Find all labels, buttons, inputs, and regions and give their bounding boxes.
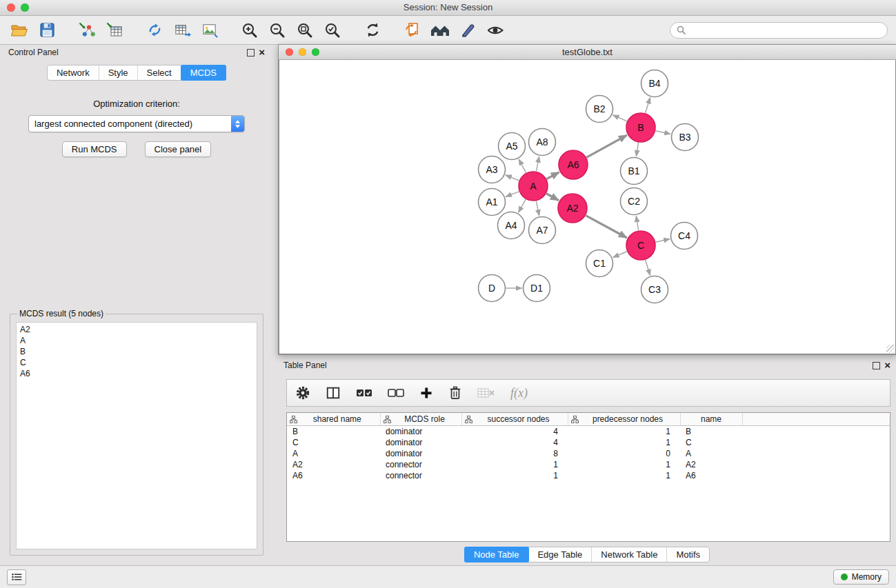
zoom-in-icon[interactable]: [236, 19, 263, 42]
result-item[interactable]: A6: [20, 368, 253, 379]
column-header-MCDS-role[interactable]: MCDS role: [380, 413, 461, 426]
show-columns-icon[interactable]: [326, 385, 341, 401]
edge-A2-C[interactable]: [586, 216, 626, 238]
tab-node-table[interactable]: Node Table: [464, 547, 530, 562]
export-image-icon[interactable]: [196, 19, 223, 42]
close-panel-icon[interactable]: ×: [259, 48, 265, 57]
refresh-layout-icon[interactable]: [359, 19, 386, 42]
close-panel-button[interactable]: Close panel: [145, 141, 212, 157]
tab-mcds[interactable]: MCDS: [181, 65, 226, 81]
node-C2[interactable]: C2: [621, 188, 648, 215]
node-A[interactable]: A: [519, 172, 548, 201]
zoom-selected-icon[interactable]: [319, 19, 346, 42]
network-zoom-button[interactable]: [312, 48, 319, 56]
edge-C-C1[interactable]: [613, 252, 627, 258]
column-header-name[interactable]: name: [680, 413, 742, 426]
create-column-icon[interactable]: [419, 386, 433, 400]
tab-motifs[interactable]: Motifs: [667, 547, 709, 562]
edge-C-C4[interactable]: [655, 239, 670, 243]
close-window-button[interactable]: [7, 3, 15, 12]
search-input[interactable]: [690, 25, 881, 36]
tab-network-table[interactable]: Network Table: [592, 547, 667, 562]
column-header-successor-nodes[interactable]: successor nodes: [461, 413, 568, 426]
node-A2[interactable]: A2: [558, 194, 587, 223]
network-minimize-button[interactable]: [299, 48, 306, 56]
memory-button[interactable]: Memory: [833, 569, 889, 585]
edge-A-A7[interactable]: [536, 201, 539, 216]
table-settings-icon[interactable]: [295, 385, 310, 401]
open-file-icon[interactable]: [6, 19, 33, 42]
node-D1[interactable]: D1: [524, 275, 550, 302]
column-header-shared-name[interactable]: shared name: [287, 413, 380, 426]
mcds-result-list[interactable]: A2ABCA6: [16, 322, 257, 549]
criterion-dropdown[interactable]: largest connected component (directed): [28, 115, 245, 132]
unselect-all-columns-icon[interactable]: [388, 388, 404, 398]
show-graphics-details-icon[interactable]: [481, 19, 509, 42]
node-B[interactable]: B: [626, 113, 655, 142]
edge-B-B3[interactable]: [655, 131, 670, 134]
node-C3[interactable]: C3: [641, 276, 668, 303]
annotation-icon[interactable]: [454, 19, 481, 42]
table-row[interactable]: Bdominator41B: [287, 426, 890, 438]
tab-edge-table[interactable]: Edge Table: [528, 547, 592, 562]
edge-A-A3[interactable]: [506, 175, 519, 181]
node-C4[interactable]: C4: [671, 223, 698, 250]
zoom-out-icon[interactable]: [263, 19, 291, 42]
node-B3[interactable]: B3: [672, 124, 699, 151]
node-A7[interactable]: A7: [529, 217, 556, 244]
import-table-icon[interactable]: [101, 19, 128, 42]
edge-A-A1[interactable]: [506, 192, 519, 196]
result-item[interactable]: C: [20, 357, 253, 368]
table-row[interactable]: A6connector11A6: [287, 470, 890, 481]
edge-A-A4[interactable]: [519, 199, 526, 212]
node-A8[interactable]: A8: [529, 129, 556, 156]
column-header-predecessor-nodes[interactable]: predecessor nodes: [568, 413, 680, 426]
window-resize-handle[interactable]: [886, 345, 895, 353]
edge-B-B2[interactable]: [613, 115, 627, 121]
edge-B-B1[interactable]: [636, 143, 638, 156]
edge-B-B4[interactable]: [646, 98, 650, 113]
table-row[interactable]: Cdominator41C: [287, 437, 890, 448]
zoom-window-button[interactable]: [21, 3, 29, 12]
edge-A-A8[interactable]: [536, 156, 539, 171]
edge-A6-B[interactable]: [586, 135, 627, 157]
delete-column-icon[interactable]: [448, 385, 462, 401]
table-row[interactable]: A2connector11A2: [287, 459, 890, 470]
select-all-columns-icon[interactable]: [356, 388, 372, 398]
export-network-icon[interactable]: [141, 19, 168, 42]
home-icon[interactable]: [426, 19, 454, 42]
network-window-titlebar[interactable]: testGlobe.txt: [279, 45, 896, 60]
edge-A-A5[interactable]: [519, 159, 526, 173]
edge-A-A6[interactable]: [546, 172, 559, 179]
table-row[interactable]: Adominator80A: [287, 448, 890, 459]
node-A6[interactable]: A6: [559, 150, 588, 179]
edge-C-C2[interactable]: [636, 216, 638, 230]
export-table-icon[interactable]: [168, 19, 196, 42]
node-B1[interactable]: B1: [621, 158, 648, 185]
node-C[interactable]: C: [626, 231, 655, 260]
table-close-panel-icon[interactable]: ×: [884, 361, 890, 369]
node-C1[interactable]: C1: [586, 250, 613, 277]
result-item[interactable]: B: [20, 346, 253, 357]
network-close-button[interactable]: [286, 48, 293, 56]
node-A5[interactable]: A5: [499, 133, 526, 160]
tab-select[interactable]: Select: [138, 65, 181, 80]
node-A3[interactable]: A3: [479, 156, 506, 183]
import-network-icon[interactable]: [73, 19, 101, 42]
tab-network[interactable]: Network: [48, 65, 99, 80]
run-mcds-button[interactable]: Run MCDS: [62, 141, 127, 157]
node-B2[interactable]: B2: [586, 96, 613, 123]
edge-C-C3[interactable]: [646, 260, 650, 275]
node-B4[interactable]: B4: [641, 70, 668, 97]
network-canvas[interactable]: AA1A2A3A4A5A6A7A8BB1B2B3B4CC1C2C3C4DD1: [279, 60, 896, 354]
table-float-panel-icon[interactable]: [873, 362, 880, 369]
zoom-fit-icon[interactable]: [291, 19, 319, 42]
result-item[interactable]: A2: [20, 324, 253, 335]
tab-style[interactable]: Style: [99, 65, 138, 80]
node-A1[interactable]: A1: [479, 189, 506, 216]
node-A4[interactable]: A4: [498, 212, 525, 239]
node-D[interactable]: D: [479, 275, 506, 302]
search-field[interactable]: [670, 22, 888, 39]
edge-A-A2[interactable]: [546, 194, 559, 201]
result-item[interactable]: A: [20, 335, 253, 346]
